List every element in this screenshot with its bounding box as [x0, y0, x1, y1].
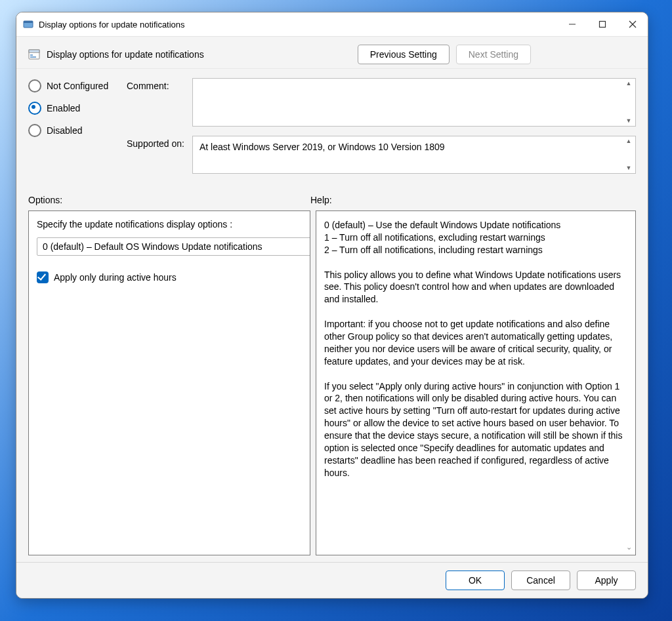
panels: Specify the update notifications display…	[28, 210, 636, 562]
ok-button[interactable]: OK	[446, 571, 505, 590]
apply-button[interactable]: Apply	[577, 571, 636, 590]
svg-rect-8	[30, 54, 33, 56]
svg-rect-7	[29, 50, 39, 52]
previous-setting-button[interactable]: Previous Setting	[358, 45, 450, 64]
section-headers: Options: Help:	[28, 183, 636, 210]
help-text: 0 (default) – Use the default Windows Up…	[324, 220, 625, 478]
svg-rect-1	[24, 21, 33, 23]
dialog-header: Display options for update notifications…	[16, 37, 648, 69]
dropdown-value: 0 (default) – Default OS Windows Update …	[43, 241, 262, 252]
comment-scroll[interactable]: ▲▼	[623, 79, 635, 125]
policy-title: Display options for update notifications	[47, 49, 358, 60]
supported-on-value: At least Windows Server 2019, or Windows…	[200, 142, 445, 152]
help-panel: 0 (default) – Use the default Windows Up…	[316, 210, 636, 555]
policy-icon	[28, 49, 40, 60]
radio-label: Not Configured	[47, 81, 108, 91]
state-radio-group: Not Configured Enabled Disabled	[28, 78, 127, 137]
app-icon	[23, 19, 33, 30]
dropdown-label: Specify the update notifications display…	[37, 219, 302, 230]
cancel-button[interactable]: Cancel	[511, 571, 570, 590]
radio-icon	[28, 79, 41, 92]
dialog-footer: OK Cancel Apply	[16, 562, 648, 598]
minimize-button[interactable]	[557, 12, 587, 36]
radio-icon	[28, 102, 41, 115]
radio-label: Enabled	[47, 103, 80, 113]
titlebar: Display options for update notifications	[16, 12, 648, 37]
state-and-fields: Not Configured Enabled Disabled Comment:…	[28, 78, 636, 183]
close-button[interactable]	[618, 12, 648, 36]
supported-scroll[interactable]: ▲▼	[623, 137, 635, 172]
radio-label: Disabled	[47, 125, 82, 136]
options-heading: Options:	[28, 195, 310, 205]
comment-label: Comment:	[127, 78, 192, 91]
radio-enabled[interactable]: Enabled	[28, 102, 127, 115]
checkbox-label: Apply only during active hours	[54, 272, 177, 283]
dialog-window: Display options for update notifications…	[16, 12, 648, 599]
comment-input[interactable]: ▲▼	[192, 78, 636, 127]
radio-icon	[28, 124, 41, 137]
active-hours-checkbox[interactable]: Apply only during active hours	[37, 271, 302, 283]
help-heading: Help:	[310, 195, 636, 205]
supported-on-box: At least Windows Server 2019, or Windows…	[192, 136, 636, 174]
radio-disabled[interactable]: Disabled	[28, 124, 127, 137]
next-setting-button[interactable]: Next Setting	[456, 45, 531, 64]
options-panel: Specify the update notifications display…	[28, 210, 310, 555]
notifications-dropdown[interactable]: 0 (default) – Default OS Windows Update …	[37, 237, 310, 256]
radio-not-configured[interactable]: Not Configured	[28, 79, 127, 92]
svg-rect-9	[30, 56, 36, 58]
supported-on-label: Supported on:	[127, 136, 192, 149]
dialog-body: Not Configured Enabled Disabled Comment:…	[16, 69, 648, 562]
help-scroll-down-icon[interactable]: ⌄	[623, 542, 634, 552]
svg-rect-3	[600, 22, 606, 28]
nav-buttons: Previous Setting Next Setting	[358, 45, 531, 64]
window-title: Display options for update notifications	[39, 20, 557, 30]
checkbox-icon	[37, 271, 49, 283]
maximize-button[interactable]	[587, 12, 618, 36]
